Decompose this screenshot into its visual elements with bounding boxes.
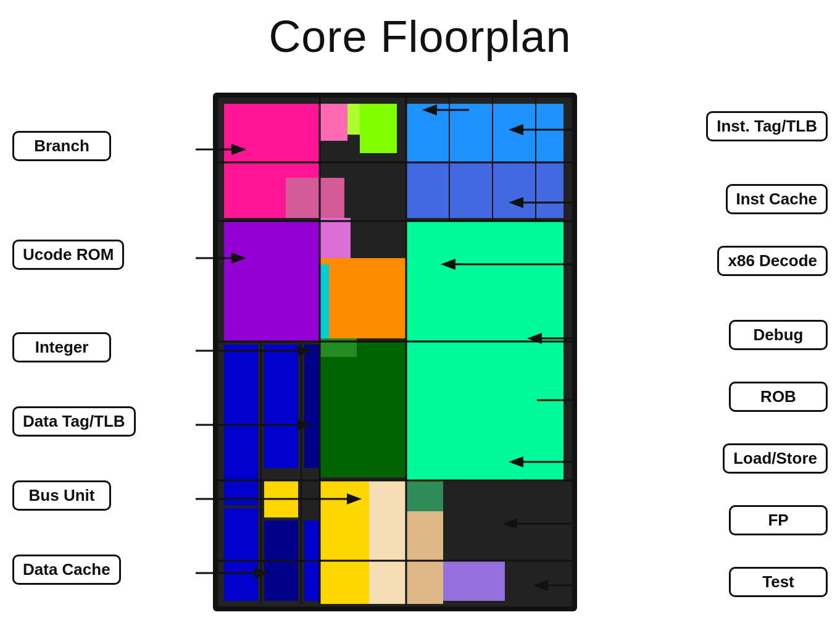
label-fp: FP [729, 505, 828, 535]
label-test: Test [729, 567, 828, 597]
label-inst-tag-tlb: Inst. Tag/TLB [706, 111, 828, 141]
diagram-container: Branch Ucode ROM Integer Data Tag/TLB Bu… [0, 74, 840, 628]
label-debug: Debug [729, 320, 828, 350]
page-title: Core Floorplan [0, 0, 840, 62]
chip-floorplan [213, 93, 577, 611]
label-bus-unit: Bus Unit [12, 480, 111, 511]
label-load-store: Load/Store [723, 443, 828, 474]
label-inst-cache: Inst Cache [726, 184, 828, 214]
label-rob: ROB [729, 382, 828, 412]
grid-lines [218, 98, 572, 606]
label-data-cache: Data Cache [12, 555, 121, 585]
label-integer: Integer [12, 332, 111, 362]
label-x86-decode: x86 Decode [717, 246, 828, 276]
label-branch: Branch [12, 131, 111, 161]
label-ucode-rom: Ucode ROM [12, 240, 124, 270]
label-data-tag-tlb: Data Tag/TLB [12, 406, 136, 437]
